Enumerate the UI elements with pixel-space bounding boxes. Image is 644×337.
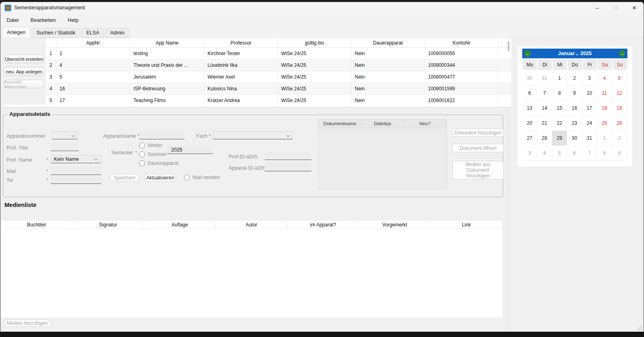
menu-datei[interactable]: Datei — [6, 17, 19, 23]
neu-app-anlegen-button[interactable]: neu. App anlegen — [4, 67, 44, 76]
prof-name-combobox[interactable]: Kein Name — [51, 155, 101, 163]
apparat-id-adis-field[interactable] — [265, 163, 311, 171]
column-header-appnr[interactable]: AppNr — [56, 38, 130, 47]
column-header-neu[interactable]: Neu? — [404, 119, 447, 128]
table-row[interactable]: 517Teaching FilmsKratzer AndreaWiSe 24/2… — [46, 95, 511, 105]
column-header-signatur[interactable]: Signatur — [72, 221, 144, 228]
calendar-day[interactable]: 20 — [522, 116, 537, 131]
calendar-day[interactable]: 28 — [537, 131, 552, 146]
calendar-day[interactable]: 4 — [597, 71, 612, 86]
calendar-day[interactable]: 19 — [612, 101, 627, 116]
calendar-day[interactable]: 30 — [522, 71, 537, 86]
column-header-link[interactable]: Link — [431, 221, 502, 228]
apps-table-hscroll-track[interactable] — [4, 105, 511, 108]
tab-admin[interactable]: Admin — [105, 28, 129, 38]
calendar-day[interactable]: 2 — [567, 71, 582, 86]
tab-suchen-statistik[interactable]: Suchen / Statistik — [32, 28, 80, 38]
table-row[interactable]: 24Theorie und Praxis der ...Lüsebrink Il… — [46, 60, 511, 71]
column-header-appname[interactable]: App Name — [130, 38, 204, 47]
tel-field[interactable] — [51, 176, 101, 184]
calendar-day[interactable]: 4 — [537, 146, 552, 161]
calendar-day[interactable]: 27 — [522, 131, 537, 146]
prof-id-adis-field[interactable] — [265, 152, 311, 160]
column-header-dateityp[interactable]: Dateityp — [361, 119, 404, 128]
calendar-day[interactable]: 31 — [582, 131, 597, 146]
calendar-day[interactable]: 25 — [597, 116, 612, 131]
table-row[interactable]: 416ISP-BetreuungKulovics NinaWiSe 24/25N… — [46, 83, 511, 95]
calendar-day[interactable]: 11 — [597, 86, 612, 101]
table-cell: 1008000055 — [425, 48, 499, 59]
calendar-month-year[interactable]: Januar 2025 — [558, 51, 592, 56]
calendar-day[interactable]: 12 — [612, 86, 627, 101]
calendar-day[interactable]: 18 — [597, 101, 612, 116]
calendar-day[interactable]: 8 — [597, 146, 612, 161]
calendar-day[interactable]: 13 — [522, 101, 537, 116]
calendar-day[interactable]: 6 — [567, 146, 582, 161]
table-row[interactable]: 35JerusalemWiemer AxelWiSe 24/25Nein1008… — [46, 71, 511, 83]
calendar-day[interactable]: 23 — [567, 116, 582, 131]
calendar-day[interactable]: 31 — [537, 71, 552, 86]
menu-bearbeiten[interactable]: Bearbeiten — [30, 17, 56, 23]
menu-help[interactable]: Help — [68, 17, 78, 23]
calendar-day[interactable]: 3 — [522, 146, 537, 161]
column-header-professor[interactable]: Professor — [204, 38, 278, 47]
aktualisieren-button[interactable]: Aktualisieren — [144, 174, 176, 181]
apparatsname-field[interactable] — [139, 131, 184, 139]
calendar-day[interactable]: 9 — [567, 86, 582, 101]
close-button[interactable]: ✕ — [625, 2, 644, 13]
column-header-buchtitel[interactable]: Buchtitel — [1, 221, 72, 228]
dauerapparat-radio[interactable] — [139, 160, 145, 166]
calendar-day[interactable]: 22 — [552, 116, 567, 131]
sommer-radio[interactable] — [139, 151, 145, 157]
uebersicht-erstellen-button[interactable]: Übersicht erstellen — [4, 55, 44, 63]
calendar-next-icon[interactable]: → — [619, 50, 625, 57]
calendar-day[interactable]: 8 — [552, 86, 567, 101]
column-header-auflage[interactable]: Auflage — [144, 221, 216, 228]
apps-table-scrollbar[interactable] — [508, 41, 509, 51]
mail-senden-checkbox[interactable] — [184, 175, 190, 180]
calendar-day[interactable]: 1 — [597, 131, 612, 146]
tab-anlegen[interactable]: Anlegen — [2, 27, 30, 38]
table-cell: WiSe 24/25 — [278, 48, 352, 59]
column-header-gueltig-bis[interactable]: gültig bis — [278, 38, 352, 47]
calendar-prev-icon[interactable]: ← — [524, 50, 531, 57]
calendar-day[interactable]: 15 — [552, 101, 567, 116]
calendar-day[interactable]: 3 — [582, 71, 597, 86]
fach-combobox[interactable] — [213, 131, 292, 139]
calendar-day[interactable]: 24 — [582, 116, 597, 131]
calendar-day[interactable]: 7 — [537, 86, 552, 101]
calendar-day[interactable]: 16 — [567, 101, 582, 116]
minimize-button[interactable]: – — [588, 2, 606, 13]
prof-titel-field[interactable] — [51, 143, 79, 151]
calendar-day[interactable]: 5 — [612, 71, 627, 86]
calendar-day[interactable]: 6 — [522, 86, 537, 101]
calendar-day[interactable]: 5 — [552, 146, 567, 161]
column-header-dokumentname[interactable]: Dokumentname — [319, 119, 361, 128]
calendar-day[interactable]: 9 — [612, 146, 627, 161]
column-header-autor[interactable]: Autor — [216, 221, 287, 228]
jahr-field[interactable]: 2025 — [167, 146, 213, 154]
mail-field[interactable] — [51, 167, 101, 175]
column-header-vorgemerkt[interactable]: Vorgemerkt — [359, 221, 431, 228]
calendar-day[interactable]: 14 — [537, 101, 552, 116]
calendar-year[interactable]: 2025 — [580, 51, 592, 56]
calendar-day[interactable]: 17 — [582, 101, 597, 116]
calendar-day[interactable]: 2 — [612, 131, 627, 146]
calendar-month[interactable]: Januar — [558, 51, 575, 56]
maximize-button[interactable]: ▢ — [606, 2, 625, 13]
calendar-day[interactable]: 10 — [582, 86, 597, 101]
calendar-day[interactable]: 21 — [537, 116, 552, 131]
calendar-day[interactable]: 30 — [567, 131, 582, 146]
apparatsnummer-combobox[interactable] — [52, 131, 78, 139]
winter-radio[interactable] — [139, 143, 145, 148]
table-row[interactable]: 11testingKirchner TesterWiSe 24/25Nein10… — [46, 48, 511, 60]
column-header-kontonr[interactable]: KontoNr — [425, 38, 499, 47]
tab-elsa[interactable]: ELSA — [81, 28, 104, 38]
calendar-day-selected[interactable]: 29 — [552, 131, 567, 146]
calendar-day[interactable]: 7 — [582, 146, 597, 161]
calendar-day[interactable]: 1 — [552, 71, 567, 86]
column-header-im-apparat[interactable]: im Apparat? — [288, 221, 359, 228]
column-header-dauerapparat[interactable]: Dauerapparat — [352, 38, 425, 47]
resize-grip[interactable] — [636, 325, 642, 331]
calendar-day[interactable]: 26 — [612, 116, 627, 131]
